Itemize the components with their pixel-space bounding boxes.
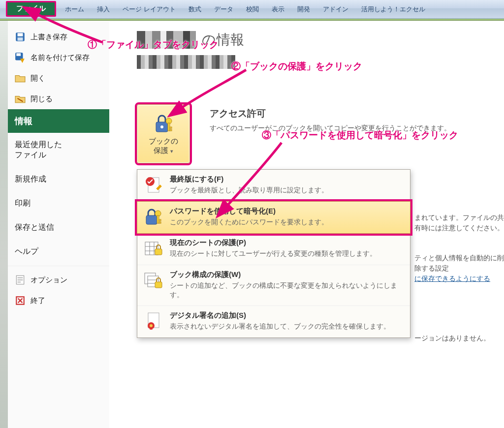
svg-rect-8: [18, 277, 23, 278]
svg-rect-32: [155, 249, 162, 255]
window-left-edge: [0, 21, 8, 428]
nav-exit-label: 終了: [31, 296, 45, 306]
backstage-nav: 上書き保存 名前を付けて保存 開く 閉じる 情報 最近使用した ファイル 新規作…: [8, 21, 109, 428]
menu-item-protect-structure-desc: シートの追加など、ブックの構成に不要な変更を加えられないようにします。: [170, 281, 404, 300]
nav-print[interactable]: 印刷: [8, 191, 109, 215]
svg-rect-10: [18, 281, 21, 282]
ribbon-tab-home[interactable]: ホーム: [61, 2, 88, 17]
nav-open-label: 開く: [31, 74, 45, 83]
nav-options-label: オプション: [31, 275, 67, 285]
svg-rect-4: [16, 53, 21, 56]
menu-item-encrypt-desc: このブックを開くためにパスワードを要求します。: [170, 217, 404, 227]
nav-close[interactable]: 閉じる: [8, 89, 109, 109]
menu-item-signature-title: デジタル署名の追加(S): [170, 311, 404, 320]
filename-obscured: [137, 31, 196, 49]
exit-icon: [15, 295, 26, 306]
file-tab[interactable]: ファイル: [6, 1, 56, 17]
permission-desc: すべてのユーザーがこのブックを開いてコピーや変更を行うことができます。: [210, 124, 494, 133]
menu-item-mark-final[interactable]: 最終版にする(F) ブックを最終版とし、読み取り専用に設定します。: [137, 170, 410, 202]
nav-close-label: 閉じる: [31, 94, 53, 104]
svg-rect-9: [18, 279, 23, 280]
file-tab-label: ファイル: [16, 4, 46, 13]
protect-structure-icon: [143, 270, 164, 291]
page-title: の情報: [202, 31, 245, 49]
prepare-info-line2: ティと個人情報を自動的に削除する設定: [414, 254, 504, 272]
backstage-content: の情報 ブックの 保護 アクセス許可 すべてのユーザーがこのブックを開い: [109, 21, 504, 428]
nav-recent[interactable]: 最近使用した ファイル: [8, 133, 109, 167]
ribbon: ファイル ホーム 挿入 ページ レイアウト 数式 データ 校閲 表示 開発 アド…: [0, 0, 504, 19]
menu-item-encrypt-title: パスワードを使用して暗号化(E): [170, 207, 404, 216]
menu-item-protect-sheet-desc: 現在のシートに対してユーザーが行える変更の種類を管理します。: [170, 249, 404, 258]
svg-point-40: [150, 324, 153, 327]
svg-rect-1: [18, 33, 23, 36]
nav-info-label: 情報: [15, 116, 32, 126]
backstage: 上書き保存 名前を付けて保存 開く 閉じる 情報 最近使用した ファイル 新規作…: [0, 21, 504, 428]
svg-rect-25: [159, 219, 161, 221]
menu-item-protect-sheet[interactable]: 現在のシートの保護(P) 現在のシートに対してユーザーが行える変更の種類を管理し…: [137, 233, 410, 265]
mark-final-icon: [143, 175, 164, 195]
prepare-share-info: まれています。ファイルの共有時には注意してください。 ティと個人情報を自動的に削…: [414, 213, 504, 343]
prepare-info-line1: まれています。ファイルの共有時には注意してください。: [414, 213, 504, 233]
ribbon-tab-addins[interactable]: アドイン: [319, 2, 352, 17]
ribbon-tab-review[interactable]: 校閲: [242, 2, 263, 17]
ribbon-tab-view[interactable]: 表示: [268, 2, 288, 17]
svg-rect-37: [155, 282, 162, 288]
nav-exit[interactable]: 終了: [8, 290, 109, 311]
ribbon-tab-insert[interactable]: 挿入: [93, 2, 114, 17]
versions-info-line: ージョンはありません。: [414, 333, 504, 343]
nav-save-as[interactable]: 名前を付けて保存: [8, 47, 109, 68]
menu-item-protect-structure-title: ブック構成の保護(W): [170, 270, 404, 279]
folder-close-icon: [15, 93, 26, 104]
ribbon-tab-developer[interactable]: 開発: [293, 2, 314, 17]
nav-options[interactable]: オプション: [8, 270, 109, 290]
svg-marker-5: [20, 59, 25, 63]
save-as-icon: [15, 52, 26, 63]
menu-item-protect-sheet-title: 現在のシートの保護(P): [170, 238, 404, 247]
menu-item-signature-desc: 表示されないデジタル署名を追加して、ブックの完全性を確保します。: [170, 322, 404, 331]
nav-save[interactable]: 上書き保存: [8, 27, 109, 47]
lock-key-icon: [152, 112, 175, 135]
nav-new[interactable]: 新規作成: [8, 167, 109, 191]
protect-workbook-button[interactable]: ブックの 保護: [137, 104, 190, 163]
nav-divider: [8, 266, 109, 268]
permission-title: アクセス許可: [210, 107, 494, 120]
ribbon-tab-data[interactable]: データ: [210, 2, 237, 17]
nav-save-send[interactable]: 保存と送信: [8, 215, 109, 240]
menu-item-encrypt-password[interactable]: パスワードを使用して暗号化(E) このブックを開くためにパスワードを要求します。: [137, 201, 410, 234]
svg-rect-19: [170, 129, 172, 131]
prepare-info-link[interactable]: に保存できるようにする: [414, 275, 490, 282]
save-icon: [15, 31, 26, 42]
svg-rect-22: [146, 215, 157, 224]
svg-rect-26: [159, 222, 161, 223]
nav-info-selected[interactable]: 情報: [8, 109, 109, 133]
menu-item-mark-final-title: 最終版にする(F): [170, 175, 404, 184]
nav-save-as-label: 名前を付けて保存: [31, 53, 90, 62]
menu-item-protect-structure[interactable]: ブック構成の保護(W) シートの追加など、ブックの構成に不要な変更を加えられない…: [137, 265, 410, 306]
ribbon-tab-excel-tips[interactable]: 活用しよう！エクセル: [357, 2, 429, 17]
nav-help[interactable]: ヘルプ: [8, 240, 109, 264]
svg-rect-2: [18, 37, 23, 41]
filepath-obscured: [137, 55, 235, 69]
folder-open-icon: [15, 73, 26, 84]
page-heading: の情報: [137, 30, 492, 50]
nav-open[interactable]: 開く: [8, 68, 109, 89]
protect-workbook-menu: 最終版にする(F) ブックを最終版とし、読み取り専用に設定します。 パスワードを…: [137, 169, 410, 338]
ribbon-tab-formulas[interactable]: 数式: [185, 2, 205, 17]
protect-sheet-icon: [143, 238, 164, 259]
ribbon-tab-pagelayout[interactable]: ページ レイアウト: [119, 2, 180, 17]
svg-point-15: [160, 125, 163, 128]
nav-save-label: 上書き保存: [31, 32, 67, 42]
svg-rect-17: [168, 123, 170, 131]
svg-rect-18: [170, 127, 172, 128]
svg-rect-24: [157, 215, 159, 223]
permission-block: アクセス許可 すべてのユーザーがこのブックを開いてコピーや変更を行うことができま…: [210, 107, 494, 133]
protect-workbook-label: ブックの 保護: [149, 137, 178, 155]
menu-item-mark-final-desc: ブックを最終版とし、読み取り専用に設定します。: [170, 185, 404, 195]
options-icon: [15, 275, 26, 285]
digital-signature-icon: [143, 311, 164, 332]
menu-item-digital-signature[interactable]: デジタル署名の追加(S) 表示されないデジタル署名を追加して、ブックの完全性を確…: [137, 306, 410, 337]
encrypt-password-icon: [143, 207, 164, 227]
